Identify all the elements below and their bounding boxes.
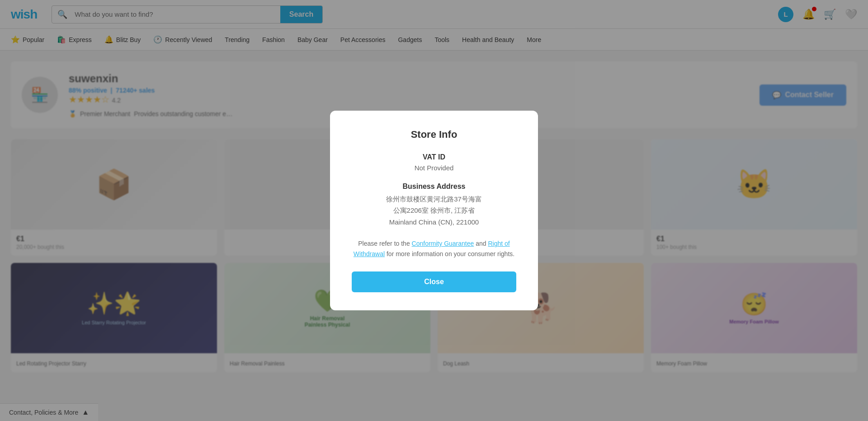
address-line3: Mainland China (CN), 221000	[352, 216, 516, 228]
store-info-modal: Store Info VAT ID Not Provided Business …	[330, 111, 538, 310]
modal-note: Please refer to the Conformity Guarantee…	[352, 239, 516, 259]
modal-title: Store Info	[352, 129, 516, 140]
note-middle: and	[476, 240, 488, 247]
note-suffix: for more information on your consumer ri…	[387, 250, 514, 257]
conformity-guarantee-link[interactable]: Conformity Guarantee	[412, 240, 474, 247]
address-line2: 公寓2206室 徐州市, 江苏省	[352, 205, 516, 216]
note-prefix: Please refer to the	[358, 240, 411, 247]
address-line1: 徐州市鼓楼区黄河北路37号海富	[352, 193, 516, 205]
modal-overlay[interactable]: Store Info VAT ID Not Provided Business …	[0, 0, 868, 383]
address-section-title: Business Address	[352, 182, 516, 191]
business-address: 徐州市鼓楼区黄河北路37号海富 公寓2206室 徐州市, 江苏省 Mainlan…	[352, 193, 516, 228]
vat-value: Not Provided	[352, 164, 516, 172]
modal-close-button[interactable]: Close	[352, 271, 516, 292]
vat-section-title: VAT ID	[352, 153, 516, 161]
